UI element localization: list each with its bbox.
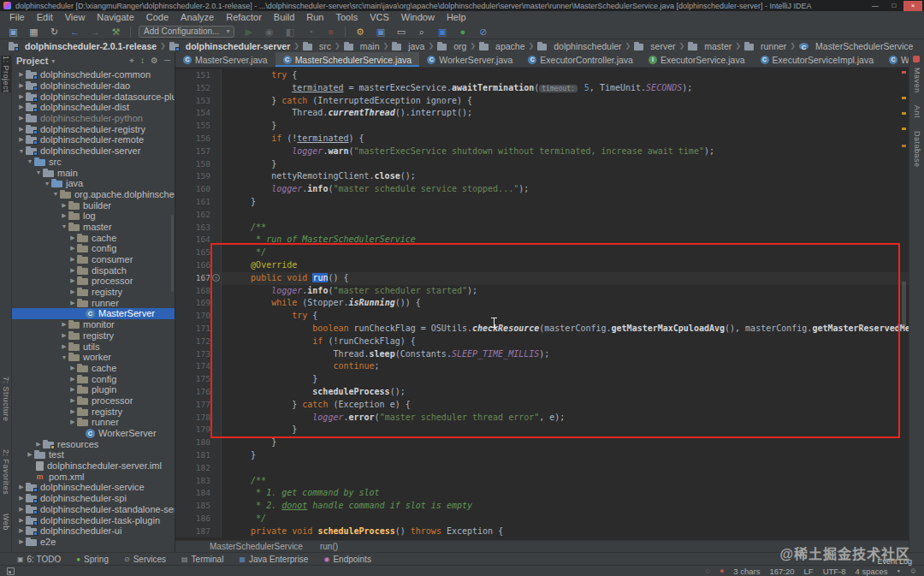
breadcrumb-runner[interactable]: runner <box>743 41 788 51</box>
breadcrumb-server[interactable]: server <box>632 41 677 51</box>
menu-window[interactable]: Window <box>395 11 441 24</box>
tool-stripe-maven[interactable]: Maven <box>912 68 922 93</box>
line-number[interactable]: 170 <box>175 310 222 323</box>
tree-item-dolphinscheduler-common[interactable]: ▶dolphinscheduler-common <box>12 69 175 80</box>
warning-stripe-mark[interactable] <box>902 112 906 115</box>
menu-build[interactable]: Build <box>268 11 300 24</box>
chevron-right-icon[interactable]: ▶ <box>60 332 68 339</box>
tab-executorserviceimpl-java[interactable]: CExecutorServiceImpl.java <box>753 52 881 67</box>
tool-stripe-project[interactable]: 1: Project <box>1 56 11 92</box>
minimize-icon[interactable]: — <box>866 1 885 11</box>
chevron-down-icon[interactable]: ▼ <box>60 354 68 360</box>
tree-item-dolphinscheduler-spi[interactable]: ▶dolphinscheduler-spi <box>12 493 175 504</box>
tree-item-dolphinscheduler-dao[interactable]: ▶dolphinscheduler-dao <box>12 80 175 92</box>
chevron-right-icon[interactable]: ▶ <box>17 104 26 110</box>
tree-item-masterserver[interactable]: CMasterServer <box>12 308 175 319</box>
tree-item-monitor[interactable]: ▶monitor <box>12 319 175 330</box>
stop-icon[interactable]: ■ <box>324 25 337 39</box>
selection-info[interactable]: 3 chars <box>733 567 760 576</box>
chevron-right-icon[interactable]: ▶ <box>60 321 68 328</box>
run-icon[interactable]: ▶ <box>242 25 255 39</box>
tree-item-utils[interactable]: ▶utils <box>12 341 175 352</box>
breadcrumb-dolphinscheduler[interactable]: dolphinscheduler <box>536 41 623 51</box>
toolwindow-endpoints[interactable]: ◉Endpoints <box>323 555 370 564</box>
line-number[interactable]: 182 <box>175 462 222 475</box>
line-number[interactable]: 187 <box>175 526 222 538</box>
toolwindow-todo[interactable]: ▣6: TODO <box>17 555 61 564</box>
chevron-right-icon[interactable]: ▶ <box>17 495 26 502</box>
run-configuration-select[interactable]: Add Configuration... ▾ <box>139 26 234 38</box>
chevron-right-icon[interactable]: ▶ <box>60 343 68 350</box>
line-number[interactable]: 168 <box>175 285 222 298</box>
chevron-right-icon[interactable]: ▶ <box>68 245 77 252</box>
chevron-down-icon[interactable]: ▾ <box>51 57 55 65</box>
chevron-right-icon[interactable]: ▶ <box>17 126 26 133</box>
tree-item-dolphinscheduler-remote[interactable]: ▶dolphinscheduler-remote <box>12 134 175 145</box>
file-encoding[interactable]: UTF-8 <box>823 567 846 576</box>
menu-code[interactable]: Code <box>140 11 175 24</box>
editor-breadcrumb-masterschedulerservice[interactable]: MasterSchedulerService <box>210 542 303 551</box>
close-icon[interactable]: × <box>903 1 922 11</box>
warning-stripe-mark[interactable] <box>902 128 906 130</box>
tree-item-worker[interactable]: ▼worker <box>12 352 175 363</box>
maximize-icon[interactable]: □ <box>885 1 903 11</box>
chevron-down-icon[interactable]: ▼ <box>60 223 68 229</box>
tree-item-registry[interactable]: ▶registry <box>12 287 175 298</box>
breadcrumb-java[interactable]: java <box>390 41 426 51</box>
breadcrumb-MasterSchedulerService[interactable]: CMasterSchedulerService <box>797 41 915 51</box>
tree-item-processor[interactable]: ▶processor <box>12 276 175 287</box>
chevron-right-icon[interactable]: ▶ <box>17 71 26 78</box>
tree-item-workerserver[interactable]: CWorkerServer <box>12 428 175 439</box>
breadcrumb-dolphinscheduler-2.0.1-release[interactable]: dolphinscheduler-2.0.1-release <box>7 41 158 51</box>
line-number[interactable]: 183 <box>175 475 222 488</box>
save-all-icon[interactable]: ▦ <box>27 25 40 39</box>
line-number[interactable]: 172 <box>175 336 222 348</box>
menu-navigate[interactable]: Navigate <box>91 11 139 24</box>
status-ok-icon[interactable]: ● <box>456 25 469 39</box>
search-everywhere-icon[interactable]: ⌕ <box>415 25 428 39</box>
line-number[interactable]: 171 <box>175 323 222 336</box>
hide-icon[interactable]: ─ <box>164 56 170 66</box>
line-number[interactable]: 185 <box>175 500 222 513</box>
tree-item-runner[interactable]: ▶runner <box>12 297 175 308</box>
line-number[interactable]: 176 <box>175 386 222 399</box>
tool-stripe-database[interactable]: Database <box>912 131 922 168</box>
forward-icon[interactable]: → <box>89 25 102 39</box>
override-icon[interactable]: ↑ <box>212 274 220 282</box>
line-number[interactable]: 163 <box>175 222 222 235</box>
line-number[interactable]: 179 <box>175 424 222 436</box>
chevron-right-icon[interactable]: ▶ <box>68 419 77 425</box>
power-save-icon[interactable]: ⊘ <box>477 25 489 39</box>
tree-item-dolphinscheduler-server[interactable]: ▼dolphinscheduler-server <box>12 145 175 157</box>
tree-item-org-apache-dolphinscheduler-[interactable]: ▼org.apache.dolphinscheduler. <box>12 189 175 200</box>
toolwindow-switcher-icon[interactable] <box>7 567 15 575</box>
chevron-right-icon[interactable]: ▶ <box>17 136 26 143</box>
project-tree-scrollbar[interactable] <box>171 215 174 292</box>
line-number[interactable]: 169 <box>175 297 222 310</box>
line-number[interactable]: 164 <box>175 234 222 246</box>
toolwindow-terminal[interactable]: ▤Terminal <box>181 555 223 564</box>
line-number[interactable]: 167↑ <box>175 272 222 285</box>
event-log-button[interactable]: ◔ Event Log <box>870 557 912 566</box>
run-coverage-icon[interactable]: ◧ <box>283 25 296 39</box>
chevron-right-icon[interactable]: ▶ <box>60 202 68 209</box>
menu-vcs[interactable]: VCS <box>364 11 395 24</box>
scrollbar-thumb[interactable] <box>902 282 906 326</box>
chevron-down-icon[interactable]: ▼ <box>17 148 26 154</box>
tool-stripe-ant[interactable]: Ant <box>912 105 922 118</box>
window-icon[interactable]: ▭ <box>394 25 407 39</box>
chevron-right-icon[interactable]: ▶ <box>68 365 77 371</box>
toolwindow-javaenterprise[interactable]: ▦Java Enterprise <box>239 555 308 564</box>
chevron-right-icon[interactable]: ▶ <box>68 397 77 404</box>
menu-analyze[interactable]: Analyze <box>175 11 220 24</box>
tree-item-consumer[interactable]: ▶consumer <box>12 254 175 265</box>
tree-item-cache[interactable]: ▶cache <box>12 232 175 243</box>
toolwindow-spring[interactable]: ●Spring <box>76 555 109 564</box>
back-icon[interactable]: ← <box>68 25 81 39</box>
tree-item-test[interactable]: ▶test <box>12 449 175 460</box>
tree-item-pom-xml[interactable]: mpom.xml <box>12 471 175 482</box>
tree-item-dolphinscheduler-standalone-server[interactable]: ▶dolphinscheduler-standalone-server <box>12 504 175 515</box>
sync-icon[interactable]: ↻ <box>48 25 61 39</box>
menu-refactor[interactable]: Refactor <box>220 11 268 24</box>
chevron-right-icon[interactable]: ▶ <box>68 408 77 415</box>
